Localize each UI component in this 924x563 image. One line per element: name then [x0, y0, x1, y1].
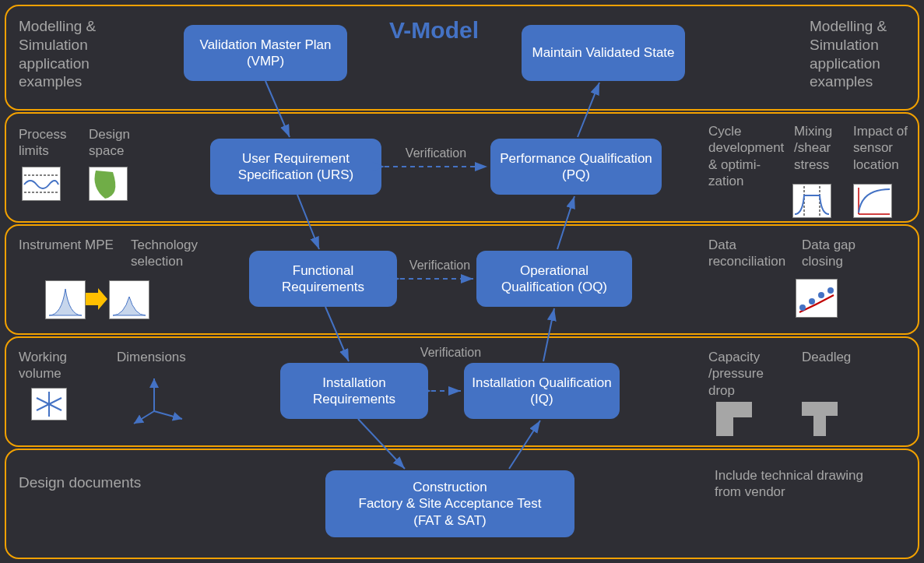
row5-left-label: Design documents — [19, 473, 143, 492]
node-fat: Construction Factory & Site Acceptance T… — [325, 470, 574, 537]
svg-line-16 — [134, 411, 154, 424]
row1-right-label: Modelling & Simulation application examp… — [810, 17, 919, 91]
node-ir: Installation Requirements — [280, 363, 428, 419]
node-maintain: Maintain Validated State — [522, 25, 685, 81]
diagram-title: V-Model — [389, 17, 479, 44]
svg-point-8 — [809, 298, 815, 304]
row2-label-process-limits: Process limits — [19, 126, 81, 160]
row3-label-recon: Data reconciliation — [708, 237, 802, 270]
row3-label-gap: Data gap closing — [802, 237, 880, 270]
svg-point-10 — [827, 287, 834, 294]
row4-label-deadleg: Deadleg — [802, 349, 872, 365]
reconciliation-icon — [796, 279, 838, 318]
row4-label-capacity: Capacity /pressure drop — [708, 349, 786, 399]
row2-label-sensor: Impact of sensor location — [853, 123, 915, 173]
process-limits-icon — [22, 167, 61, 201]
node-vmp: Validation Master Plan (VMP) — [184, 25, 347, 81]
mixing-icon — [792, 184, 831, 218]
node-fr: Functional Requirements — [249, 251, 397, 307]
row3-label-mpe: Instrument MPE — [19, 237, 135, 253]
svg-line-15 — [154, 411, 182, 419]
row3-label-tech: Technology selection — [131, 237, 216, 270]
mpe-arrow-icon — [84, 287, 109, 311]
row2-label-mixing: Mixing /shear stress — [794, 123, 848, 173]
row2-label-cycle: Cycle develop­ment & optimi­zation — [708, 123, 786, 189]
row4-label-volume: Working volume — [19, 349, 89, 382]
node-pq: Performance Qualification (PQ) — [490, 139, 662, 195]
node-oq: Operational Qualification (OQ) — [476, 251, 632, 307]
node-iq: Installation Qualification (IQ) — [464, 363, 620, 419]
node-urs: User Requirement Specification (URS) — [210, 139, 381, 195]
mpe-icon-a — [45, 280, 86, 319]
row5-right-label: Include technical drawing from vendor — [715, 467, 870, 501]
row2-label-design-space: Design space — [89, 126, 151, 160]
mpe-icon-b — [109, 280, 149, 319]
deadleg-icon — [802, 402, 838, 436]
v-model-diagram: V-Model Modelling & Simulation applicati… — [0, 0, 924, 563]
sensor-location-icon — [853, 184, 892, 218]
verif-2: Verification — [405, 259, 475, 273]
working-volume-icon — [31, 388, 67, 420]
svg-point-7 — [799, 304, 806, 311]
dimensions-icon — [131, 372, 188, 430]
design-space-icon — [89, 167, 128, 201]
row4-label-dim: Dimensions — [117, 349, 202, 365]
verif-1: Verification — [401, 146, 471, 160]
verif-3: Verification — [416, 346, 486, 360]
svg-rect-20 — [813, 402, 826, 436]
capacity-icon — [716, 402, 752, 436]
row1-left-label: Modelling & Simulation application examp… — [19, 17, 128, 91]
svg-rect-18 — [716, 402, 752, 417]
svg-point-9 — [818, 292, 824, 298]
svg-marker-6 — [86, 288, 107, 310]
